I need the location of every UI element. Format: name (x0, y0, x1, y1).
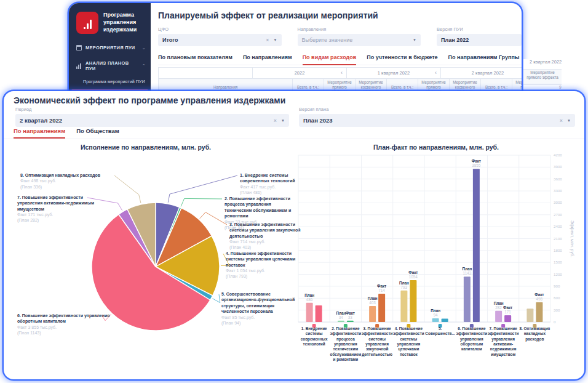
y-tick-label: 300 (554, 308, 560, 312)
bar-fact-5[interactable] (442, 319, 448, 322)
bar-value-label: 1054 (409, 275, 418, 279)
bar-series-label: План (368, 296, 378, 300)
filter-versiya-pui: Версия ПУИ План 2022 (437, 26, 522, 46)
divider (4, 139, 584, 139)
tab-po-napravleniyam[interactable]: По направлениям (14, 127, 65, 134)
chevron-up-icon: ⌃ (142, 63, 146, 68)
y-tick-label: 1800 (554, 248, 562, 252)
y-tick-label: 2100 (554, 236, 562, 241)
bar-category-label-4: 4. Повышение эффективности системы управ… (392, 326, 424, 357)
bar-value-label: 486 (306, 297, 313, 302)
bar-fact-3[interactable] (378, 294, 385, 322)
y-tick-label: 1500 (554, 260, 562, 264)
bar-series-label: Факт (377, 284, 386, 288)
y-tick-label: 2400 (554, 224, 562, 228)
y-tick-label: 0 (554, 320, 556, 324)
napravleniya-select[interactable]: Выберите значение ▼ (298, 34, 421, 46)
y-tick-label: 3300 (554, 188, 562, 193)
bar-series-label: Факт (534, 292, 544, 297)
bar-plan-4[interactable] (400, 291, 407, 322)
bar-fact-2[interactable] (347, 321, 354, 322)
page-title: Экономический эффект по программе управл… (14, 95, 285, 105)
bar-value-label: 403 (369, 300, 376, 305)
table-group-header: 2 квартал 2022 (523, 59, 584, 69)
bar-value-label: 498 (536, 297, 543, 301)
table-cell (159, 68, 253, 79)
tab-po-napravleniyam-gruppy[interactable]: По направлениям Группы (448, 54, 520, 60)
economic-effect-window: Экономический эффект по программе управл… (4, 91, 584, 379)
app-title: Программа управления издержками (103, 12, 146, 33)
page-title: Планируемый эффект от реализации меропри… (158, 10, 522, 20)
tab-po-napravleniyam[interactable]: По направлениям (243, 54, 292, 60)
bar-series-label: План (462, 267, 472, 271)
bar-category-label-2: 2. Повышение эффективности процесса упра… (330, 326, 362, 362)
bar-value-label: 33 (348, 315, 353, 320)
y-tick-label: 3000 (554, 200, 562, 204)
bar-fact-7[interactable] (504, 315, 511, 322)
bar-category-label-8: 8. Оптимизация накладных расходов (518, 326, 550, 342)
bar-plan-3[interactable] (369, 306, 376, 322)
clear-icon[interactable]: × (274, 118, 277, 124)
bar-plan-5[interactable] (432, 318, 439, 322)
bar-plan-8[interactable] (526, 308, 533, 322)
bar-category-label-3: 3. Повышение эффективности системы управ… (361, 326, 393, 357)
bar-value-label: 3855 (472, 163, 481, 167)
collapse-chevron-icon[interactable]: ‹ (341, 70, 343, 76)
tab-po-obshchestvam[interactable]: По Обществам (76, 127, 119, 134)
bar-category-label-1: 1. Внедрение системы современных техноло… (298, 326, 330, 347)
tab-po-vidam-rashodov[interactable]: По видам расходов (303, 54, 357, 60)
filter-row: ЦФО Итого × ▼ Направления Выберите значе… (158, 26, 522, 46)
sidebar-item-analiz-planov-pui[interactable]: АНАЛИЗ ПЛАНОВ ПУИ ⌃ (69, 55, 151, 76)
bar-fact-1[interactable] (316, 305, 322, 322)
chevron-down-icon: ⌄ (142, 46, 146, 50)
bar-category-label-6: 6. Повышение эффективности управления об… (456, 326, 488, 352)
bar-value-label: 94 (434, 313, 439, 317)
pie-label-5: 5. Совершенствование организационно-функ… (221, 291, 295, 326)
cfo-select[interactable]: Итого × ▼ (158, 34, 282, 46)
caret-down-icon[interactable]: ▼ (281, 119, 285, 123)
period-select[interactable]: 2 квартал 2022 × ▼ (15, 114, 289, 127)
versiya-plana-select[interactable]: План 2023 × ▼ (299, 114, 575, 127)
bar-category-label-5: 5. Совершенств... (424, 326, 456, 337)
bar-series-label: План (431, 308, 440, 313)
bar-plan-7[interactable] (495, 311, 502, 322)
pie-label-line (181, 198, 222, 206)
caret-down-icon[interactable]: ▼ (567, 119, 571, 123)
versiya-pui-select[interactable]: План 2022 (437, 34, 522, 46)
bar-series-label: План (494, 301, 504, 305)
caret-down-icon[interactable]: ▼ (413, 38, 416, 42)
bar-value-label: 282 (495, 305, 502, 310)
bar-value-label: 714 (378, 288, 385, 292)
pie-label-6: 6. Повышение эффективности управления об… (17, 313, 111, 336)
clear-icon[interactable]: × (560, 118, 563, 124)
bar-plan-2[interactable] (338, 321, 344, 322)
window1-tabs: По плановым показателям По направлениям … (158, 54, 521, 65)
bar-plan-1[interactable] (306, 303, 313, 322)
pie-chart-panel: Исполнение по направлениям, млн. руб. 1.… (4, 140, 288, 379)
bar-plan-6[interactable] (464, 276, 471, 322)
collapse-chevron-icon[interactable]: ‹ (435, 70, 437, 76)
caret-down-icon[interactable]: ▼ (274, 38, 277, 42)
y-tick-label: 1200 (554, 272, 562, 276)
tab-po-uchtennosti-v-byudzhete[interactable]: По учтенности в бюджете (367, 54, 437, 60)
pie-label-8: 8. Оптимизация накладных расходовФакт 49… (20, 172, 124, 190)
clear-icon[interactable]: × (266, 37, 269, 43)
bar-fact-4[interactable] (410, 280, 416, 322)
pie-label-line (213, 294, 220, 303)
y-tick-label: 600 (554, 296, 560, 300)
bar-fact-6[interactable] (473, 169, 480, 322)
y-axis-title: Эффект, млн. руб. (570, 220, 574, 257)
pie-label-7: 7. Повышение эффективности управления ак… (17, 195, 95, 224)
sidebar-item-meropriyatiya-pui[interactable]: МЕРОПРИЯТИЯ ПУИ ⌄ (69, 40, 151, 55)
bar-chart-panel: План-факт по направлениям, млн. руб. 030… (288, 140, 584, 379)
table-group-header: 1 квартал 2022‹ (347, 68, 441, 79)
table-column-header: Мероприятие прямого эффекта (523, 69, 562, 85)
filter-period: Период 2 квартал 2022 × ▼ (15, 107, 289, 127)
table-fragment: 2 квартал 2022 Мероприятие прямого эффек… (523, 59, 584, 92)
bar-series-label: Факт (346, 311, 355, 315)
y-tick-label: 3900 (554, 164, 562, 169)
bar-fact-8[interactable] (536, 302, 542, 322)
y-tick-label: 900 (554, 284, 560, 288)
sidebar-subitem-programma-meropriyatij[interactable]: Программа мероприятий ПУИ (69, 76, 151, 87)
tab-po-planovym-pokazatelyam[interactable]: По плановым показателям (158, 54, 232, 60)
